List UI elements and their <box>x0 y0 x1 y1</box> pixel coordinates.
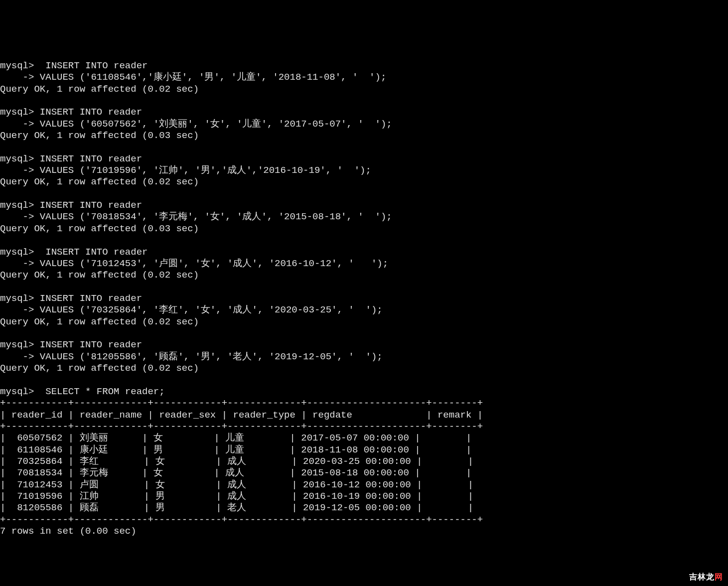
line: mysql> INSERT INTO reader <box>0 293 142 304</box>
line: -> VALUES ('70325864', '李红', '女', '成人', … <box>0 304 383 315</box>
table-border: +-----------+-------------+------------+… <box>0 514 483 525</box>
table-row: | 81205586 | 顾磊 | 男 | 老人 | 2019-12-05 00… <box>0 502 473 513</box>
watermark: 吉林龙网 <box>687 571 725 583</box>
table-border: +-----------+-------------+------------+… <box>0 398 483 409</box>
line: mysql> SELECT * FROM reader; <box>0 386 165 397</box>
query-result: Query OK, 1 row affected (0.02 sec) <box>0 363 199 374</box>
table-row: | 60507562 | 刘美丽 | 女 | 儿童 | 2017-05-07 0… <box>0 433 471 443</box>
query-result: Query OK, 1 row affected (0.03 sec) <box>0 223 199 234</box>
table-row: | 71019596 | 江帅 | 男 | 成人 | 2016-10-19 00… <box>0 491 473 502</box>
query-result: Query OK, 1 row affected (0.02 sec) <box>0 84 199 95</box>
line: mysql> INSERT INTO reader <box>0 200 142 211</box>
query-result: Query OK, 1 row affected (0.02 sec) <box>0 316 199 327</box>
line: mysql> INSERT INTO reader <box>0 247 147 258</box>
mysql-terminal[interactable]: mysql> INSERT INTO reader -> VALUES ('61… <box>0 58 728 538</box>
line: -> VALUES ('81205586', '顾磊', '男', '老人', … <box>0 351 383 362</box>
line: -> VALUES ('71012453', '卢圆', '女', '成人', … <box>0 258 388 269</box>
table-row: | 70818534 | 李元梅 | 女 | 成人 | 2015-08-18 0… <box>0 467 471 478</box>
query-result: Query OK, 1 row affected (0.02 sec) <box>0 176 199 187</box>
query-result: Query OK, 1 row affected (0.03 sec) <box>0 130 199 141</box>
line: mysql> INSERT INTO reader <box>0 153 142 164</box>
rows-result: 7 rows in set (0.00 sec) <box>0 526 137 537</box>
line: -> VALUES ('61108546','康小廷', '男', '儿童', … <box>0 72 386 83</box>
table-row: | 61108546 | 康小廷 | 男 | 儿童 | 2018-11-08 0… <box>0 444 471 455</box>
line: -> VALUES ('60507562', '刘美丽', '女', '儿童',… <box>0 119 392 130</box>
line: -> VALUES ('70818534', '李元梅', '女', '成人',… <box>0 211 392 222</box>
table-header: | reader_id | reader_name | reader_sex |… <box>0 410 483 421</box>
line: -> VALUES ('71019596', '江帅', '男','成人','2… <box>0 165 371 176</box>
table-border: +-----------+-------------+------------+… <box>0 421 483 432</box>
table-row: | 71012453 | 卢圆 | 女 | 成人 | 2016-10-12 00… <box>0 479 473 490</box>
line: mysql> INSERT INTO reader <box>0 339 142 350</box>
table-row: | 70325864 | 李红 | 女 | 成人 | 2020-03-25 00… <box>0 456 473 467</box>
line: mysql> INSERT INTO reader <box>0 60 147 71</box>
line: mysql> INSERT INTO reader <box>0 107 142 118</box>
query-result: Query OK, 1 row affected (0.02 sec) <box>0 270 199 281</box>
